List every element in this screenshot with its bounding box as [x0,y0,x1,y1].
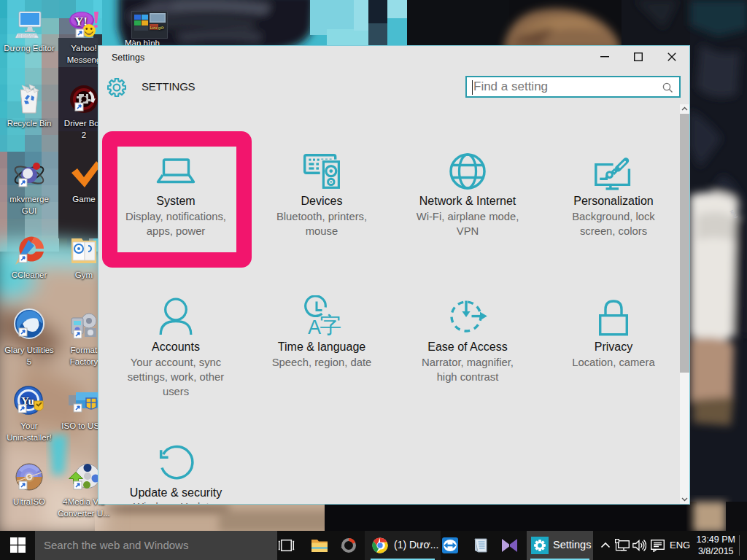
svg-text:字: 字 [320,313,341,336]
svg-text:Lưu giữ: Lưu giữ [150,26,165,30]
